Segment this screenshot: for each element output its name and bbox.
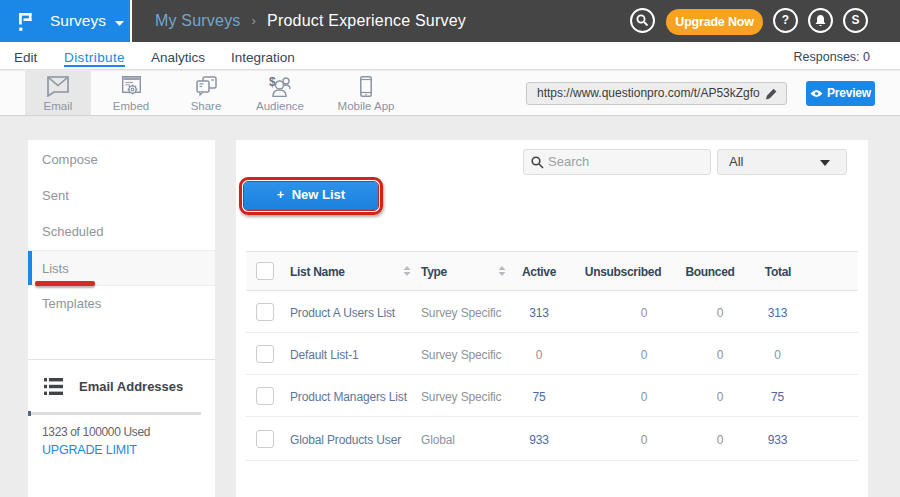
svg-text:$: $ bbox=[269, 76, 276, 89]
